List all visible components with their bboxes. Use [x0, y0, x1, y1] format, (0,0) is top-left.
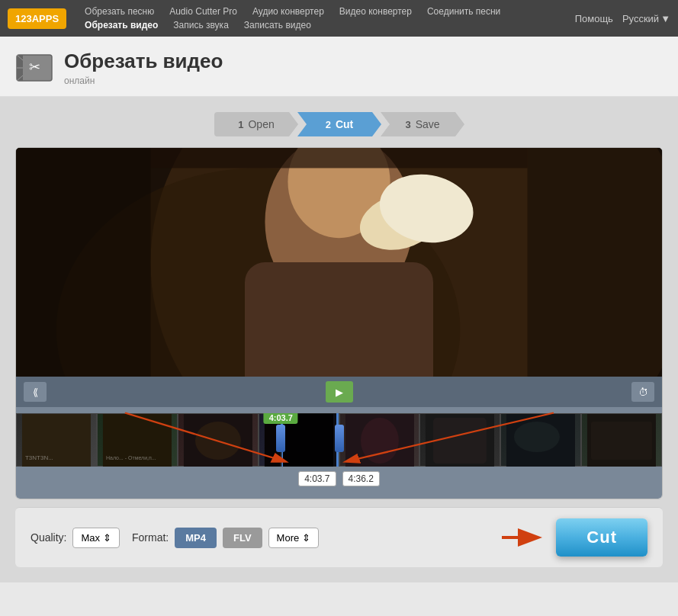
- clock-icon: ⏱: [638, 387, 648, 398]
- timeline-strip: T3NT3N... Нало... - Отмели,п...: [16, 413, 662, 467]
- video-frame: [16, 148, 662, 377]
- nav-cut-video[interactable]: Обрезать видео: [79, 18, 164, 32]
- rewind-icon: ⟪: [33, 387, 38, 398]
- quality-group: Quality: Max ⇕: [31, 528, 120, 548]
- handle-end-time: 4:36.2: [342, 471, 380, 486]
- nav-record-audio[interactable]: Запись звука: [167, 18, 235, 32]
- cut-button[interactable]: Cut: [556, 518, 647, 557]
- svg-point-30: [514, 422, 560, 452]
- timeline-thumb-8: [581, 413, 662, 467]
- video-screen: [16, 148, 662, 377]
- timeline-thumb-5: [339, 413, 420, 467]
- timeline-thumb-1: T3NT3N...: [16, 413, 97, 467]
- cut-button-wrap: Cut: [498, 518, 647, 557]
- clock-button[interactable]: ⏱: [631, 382, 654, 402]
- logo-button[interactable]: 123APPS: [8, 8, 66, 29]
- rewind-button[interactable]: ⟪: [24, 382, 47, 402]
- bottom-bar: Quality: Max ⇕ Format: MP4 FLV More ⇕: [15, 507, 663, 567]
- play-button[interactable]: ▶: [326, 381, 353, 403]
- trim-handle-end[interactable]: [335, 425, 344, 452]
- quality-select[interactable]: Max ⇕: [72, 528, 120, 548]
- handle-labels: 4:03.7 4:36.2: [16, 471, 662, 489]
- step-save[interactable]: 3 Save: [381, 112, 464, 136]
- step-cut[interactable]: 2 Cut: [297, 112, 381, 136]
- video-controls: ⟪ ▶ ⏱: [16, 377, 662, 407]
- svg-rect-15: [528, 148, 662, 377]
- page-header: ✂ Обрезать видео онлайн: [0, 37, 678, 97]
- svg-text:✂: ✂: [29, 59, 40, 75]
- nav-video-converter[interactable]: Видео конвертер: [333, 5, 418, 18]
- language-selector[interactable]: Русский ▼: [622, 13, 670, 24]
- timeline-thumb-3: [178, 413, 259, 467]
- svg-rect-32: [591, 422, 652, 460]
- cut-arrow-icon: [498, 524, 544, 551]
- step-open-num: 1: [238, 119, 243, 130]
- step-cut-label: Cut: [336, 118, 353, 130]
- svg-point-26: [360, 418, 398, 464]
- step-open-label: Open: [248, 118, 274, 130]
- svg-rect-28: [433, 418, 487, 464]
- help-link[interactable]: Помощь: [575, 13, 613, 24]
- trim-handle-start[interactable]: [276, 425, 285, 452]
- svg-rect-16: [150, 148, 527, 168]
- video-container: ⟪ ▶ ⏱ T3NT3N...: [15, 147, 663, 499]
- quality-label: Quality:: [31, 531, 66, 544]
- timeline-thumb-2: Нало... - Отмели,п...: [97, 413, 178, 467]
- nav-audio-converter[interactable]: Аудио конвертер: [246, 5, 330, 18]
- step-save-num: 3: [405, 119, 410, 130]
- video-cut-icon: ✂: [15, 49, 53, 87]
- playhead-time: 4:03.7: [264, 413, 298, 424]
- steps-bar: 1 Open 2 Cut 3 Save: [15, 112, 663, 136]
- timeline-thumb-6: [419, 413, 500, 467]
- page-title: Обрезать видео: [64, 50, 223, 73]
- nav-right: Помощь Русский ▼: [575, 13, 670, 24]
- format-label: Format:: [132, 531, 169, 544]
- format-group: Format: MP4 FLV More ⇕: [132, 528, 319, 548]
- svg-rect-14: [16, 148, 150, 377]
- nav-cut-song[interactable]: Обрезать песню: [79, 5, 160, 18]
- page-title-block: Обрезать видео онлайн: [64, 50, 223, 87]
- play-icon: ▶: [336, 387, 343, 398]
- svg-text:Нало... - Отмели,п...: Нало... - Отмели,п...: [106, 455, 156, 460]
- step-cut-num: 2: [326, 119, 331, 130]
- svg-rect-11: [245, 262, 433, 377]
- timeline-thumb-7: [500, 413, 581, 467]
- nav-row-2: Обрезать видео Запись звука Записать вид…: [79, 18, 575, 32]
- nav-links: Обрезать песню Audio Cutter Pro Аудио ко…: [79, 5, 575, 32]
- nav-join-songs[interactable]: Соединить песни: [421, 5, 506, 18]
- timeline-container[interactable]: T3NT3N... Нало... - Отмели,п...: [16, 407, 662, 499]
- svg-text:T3NT3N...: T3NT3N...: [25, 454, 53, 461]
- format-more-button[interactable]: More ⇕: [268, 528, 320, 548]
- step-open[interactable]: 1 Open: [214, 112, 298, 136]
- nav-record-video[interactable]: Записать видео: [238, 18, 317, 32]
- main-content: 1 Open 2 Cut 3 Save: [0, 97, 678, 582]
- top-nav: 123APPS Обрезать песню Audio Cutter Pro …: [0, 0, 678, 37]
- step-save-label: Save: [416, 118, 440, 130]
- format-flv-button[interactable]: FLV: [223, 528, 262, 548]
- nav-row-1: Обрезать песню Audio Cutter Pro Аудио ко…: [79, 5, 575, 18]
- nav-audio-cutter-pro[interactable]: Audio Cutter Pro: [163, 5, 243, 18]
- svg-point-22: [195, 422, 241, 460]
- handle-start-time: 4:03.7: [298, 471, 336, 486]
- page-subtitle: онлайн: [64, 75, 95, 86]
- format-mp4-button[interactable]: MP4: [175, 528, 217, 548]
- video-player: ⟪ ▶ ⏱: [16, 148, 662, 407]
